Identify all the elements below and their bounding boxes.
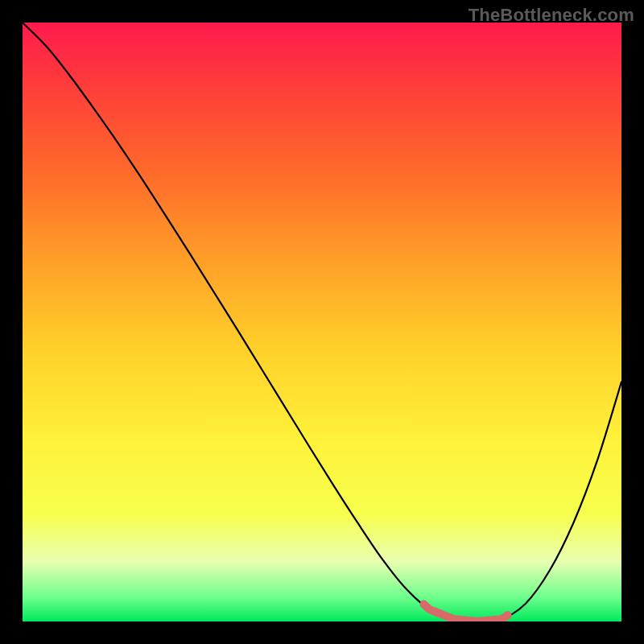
bottleneck-curve-path xyxy=(23,23,621,621)
plot-area xyxy=(23,23,621,621)
chart-frame: TheBottleneck.com xyxy=(0,0,644,644)
bottleneck-highlight-path xyxy=(423,605,507,621)
watermark-text: TheBottleneck.com xyxy=(469,5,634,26)
curve-svg xyxy=(23,23,621,621)
